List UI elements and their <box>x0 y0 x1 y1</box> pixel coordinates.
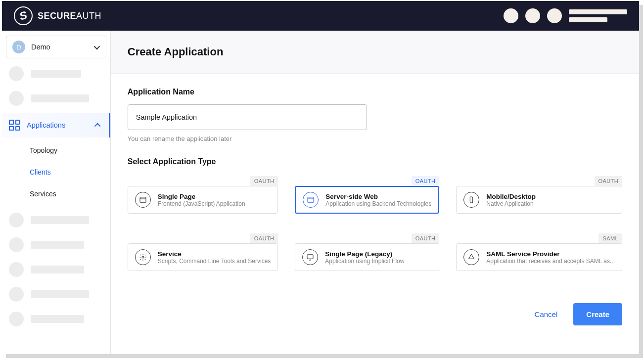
app-type-subtitle: Application using Backend Technologies <box>325 200 431 207</box>
sidebar: D Demo Applications Topology Cli <box>2 31 111 354</box>
sidebar-item-applications[interactable]: Applications <box>2 113 110 137</box>
header-right <box>504 8 627 23</box>
footer-actions: Cancel Create <box>128 290 622 338</box>
header-placeholder-circle <box>525 8 540 23</box>
app-type-cell: OAUTH Single Page Frontend (JavaScript) … <box>128 186 278 214</box>
app-type-server-side-web[interactable]: Server-side Web Application using Backen… <box>295 186 439 214</box>
app-type-badge: SAML <box>598 233 622 243</box>
sidebar-subitem-clients[interactable]: Clients <box>30 161 110 183</box>
app-type-subtitle: Frontend (JavaScript) Application <box>158 200 245 207</box>
workspace-selector[interactable]: D Demo <box>6 36 106 58</box>
app-type-saml-service-provider[interactable]: SAML Service Provider Application that r… <box>456 243 622 271</box>
app-type-subtitle: Application that receives and accepts SA… <box>486 258 615 265</box>
app-type-cell: OAUTH Single Page (Legacy) Application u… <box>295 243 439 271</box>
sidebar-placeholder-item <box>2 232 110 257</box>
app-name-label: Application Name <box>128 88 622 96</box>
app-type-cell: SAML SAML Service Provider Application t… <box>456 243 622 271</box>
sidebar-placeholder-item <box>2 61 110 86</box>
saml-icon <box>463 249 479 265</box>
sidebar-subnav: Topology Clients Services <box>2 139 110 205</box>
chevron-up-icon <box>95 122 102 129</box>
sidebar-placeholder-item <box>2 282 110 307</box>
app-type-title: Single Page <box>158 193 245 200</box>
workspace-badge: D <box>12 41 25 53</box>
app-type-badge: OAUTH <box>250 176 278 186</box>
header-placeholder-bars <box>569 9 627 22</box>
gear-icon <box>135 249 151 265</box>
app-type-service[interactable]: Service Scripts, Command Line Tools and … <box>128 243 278 271</box>
cancel-button[interactable]: Cancel <box>532 305 561 323</box>
sidebar-placeholder-item <box>2 257 110 282</box>
app-type-cell: OAUTH Service Scripts, Command Line Tool… <box>128 243 278 271</box>
create-button[interactable]: Create <box>573 303 622 325</box>
app-type-mobile-desktop[interactable]: Mobile/Desktop Native Application <box>456 186 622 214</box>
app-type-grid: OAUTH Single Page Frontend (JavaScript) … <box>128 186 622 271</box>
sidebar-subitem-services[interactable]: Services <box>30 183 110 205</box>
application-name-input[interactable] <box>128 104 367 130</box>
window-icon <box>135 192 151 208</box>
workspace-name: Demo <box>31 43 50 51</box>
app-type-badge: OAUTH <box>250 233 278 243</box>
svg-point-2 <box>309 198 310 198</box>
brand-logo-icon: S <box>14 6 33 25</box>
chevron-down-icon <box>93 44 100 50</box>
page-title: Create Application <box>128 45 622 58</box>
brand-logo-text: SECUREAUTH <box>38 11 101 21</box>
app-type-badge: OAUTH <box>412 176 440 186</box>
header-placeholder-circle <box>504 8 518 23</box>
svg-rect-5 <box>307 255 313 259</box>
monitor-icon <box>302 249 318 265</box>
sidebar-item-label: Applications <box>27 121 65 129</box>
app-type-label: Select Application Type <box>128 157 622 166</box>
header: S SECUREAUTH <box>2 1 639 31</box>
app-type-title: Single Page (Legacy) <box>325 250 404 258</box>
app-type-single-page[interactable]: Single Page Frontend (JavaScript) Applic… <box>128 186 278 214</box>
server-icon <box>303 192 319 208</box>
sidebar-placeholder-item <box>2 307 110 331</box>
app-type-title: Service <box>158 250 271 258</box>
app-type-title: Mobile/Desktop <box>486 193 536 200</box>
main-content: Application Name You can rename the appl… <box>111 73 639 354</box>
header-placeholder-circle <box>547 8 562 23</box>
app-type-cell: OAUTH Mobile/Desktop Native Application <box>456 186 622 214</box>
svg-rect-0 <box>140 197 146 203</box>
app-type-subtitle: Application using Implicit Flow <box>325 258 404 265</box>
sidebar-placeholder-item <box>2 208 110 232</box>
app-type-badge: OAUTH <box>595 176 623 186</box>
main-header: Create Application <box>111 31 639 73</box>
svg-point-4 <box>142 256 144 258</box>
sidebar-placeholder-item <box>2 86 110 111</box>
mobile-icon <box>463 192 479 208</box>
app-type-subtitle: Scripts, Command Line Tools and Services <box>158 258 271 265</box>
grid-icon <box>9 120 20 131</box>
app-type-single-page-legacy[interactable]: Single Page (Legacy) Application using I… <box>295 243 439 271</box>
app-type-cell: OAUTH Server-side Web Application using … <box>295 186 439 214</box>
app-type-subtitle: Native Application <box>486 200 536 207</box>
brand-logo[interactable]: S SECUREAUTH <box>14 6 101 25</box>
sidebar-subitem-topology[interactable]: Topology <box>30 139 110 161</box>
main: Create Application Application Name You … <box>111 31 639 354</box>
app-type-title: SAML Service Provider <box>486 250 615 258</box>
app-type-title: Server-side Web <box>325 193 431 200</box>
app-name-helper: You can rename the application later <box>128 135 622 142</box>
app-type-badge: OAUTH <box>412 233 440 243</box>
